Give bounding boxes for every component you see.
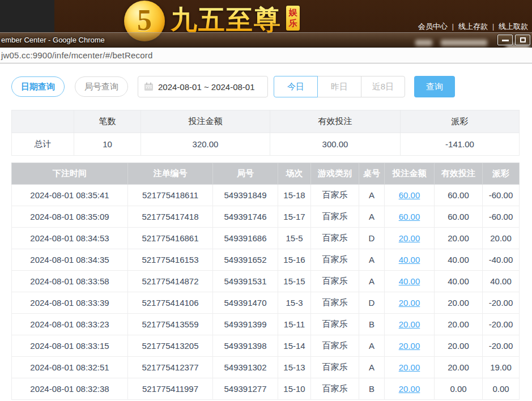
cell-valid-bet: 20.00 — [435, 357, 483, 378]
round-query-tab[interactable]: 局号查询 — [75, 76, 128, 97]
cell-session: 15-16 — [278, 249, 311, 271]
cell-game-type: 百家乐 — [311, 206, 359, 228]
cell-bet-amount: 20.00 — [385, 314, 435, 335]
url-text: jw05.cc:9900/infe/mcenter/#/betRecord — [1, 50, 153, 60]
cell-table-no: A — [359, 271, 385, 292]
cell-game-type: 百家乐 — [311, 314, 359, 335]
cell-round-no: 549391399 — [213, 314, 278, 335]
quick-range-today[interactable]: 今日 — [274, 76, 318, 97]
bet-amount-link[interactable]: 20.00 — [399, 362, 420, 372]
coin-glyph: 5 — [137, 3, 152, 37]
quick-range-group: 今日 昨日 近8日 — [274, 76, 405, 97]
bet-amount-link[interactable]: 40.00 — [399, 276, 420, 286]
table-row: 2024-08-01 08:35:41521775418611549391849… — [12, 185, 520, 206]
summary-header-valid-bet: 有效投注 — [270, 110, 401, 133]
cell-payout: -40.00 — [483, 249, 520, 271]
cell-round-no: 549391652 — [213, 249, 278, 271]
cell-session: 15-14 — [278, 335, 311, 357]
cell-bet-time: 2024-08-01 08:33:15 — [12, 335, 128, 357]
cell-bet-amount: 40.00 — [385, 249, 435, 271]
bet-amount-link[interactable]: 20.00 — [399, 233, 420, 243]
bet-table-header-row: 下注时间 注单编号 局号 场次 游戏类别 桌号 投注金额 有效投注 派彩 — [12, 163, 520, 185]
summary-total-label: 总计 — [12, 133, 74, 156]
table-row: 2024-08-01 08:34:35521775416153549391652… — [12, 249, 520, 271]
cell-table-no: B — [359, 314, 385, 335]
table-row: 2024-08-01 08:34:53521775416861549391686… — [12, 228, 520, 249]
cell-payout: -20.00 — [483, 314, 520, 335]
summary-payout: -141.00 — [401, 133, 520, 156]
table-row: 2024-08-01 08:33:58521775414872549391531… — [12, 271, 520, 292]
cell-bet-id: 521775416153 — [128, 249, 213, 271]
cell-session: 15-3 — [278, 292, 311, 314]
header-round-no: 局号 — [213, 163, 278, 185]
cell-payout: -60.00 — [483, 185, 520, 206]
window-title: ember Center - Google Chrome — [1, 36, 105, 44]
cell-game-type: 百家乐 — [311, 335, 359, 357]
screen: 5 九五至尊 娱乐 会员中心 | 线上存款 | 线上取款 ember Cente… — [0, 0, 532, 401]
nav-online-deposit[interactable]: 线上存款 — [458, 22, 488, 32]
cell-round-no: 549391686 — [213, 228, 278, 249]
filter-row: 日期查询 局号查询 2024-08-01 ~ 2024-08-01 今日 昨日 … — [11, 75, 455, 98]
bet-amount-link[interactable]: 40.00 — [399, 255, 420, 265]
nav-member-center[interactable]: 会员中心 — [418, 22, 448, 32]
summary-valid-bet: 300.00 — [270, 133, 401, 156]
calendar-icon — [144, 82, 154, 91]
bet-amount-link[interactable]: 20.00 — [399, 384, 420, 394]
header-valid-bet: 有效投注 — [435, 163, 483, 185]
table-row: 2024-08-01 08:33:23521775413559549391399… — [12, 314, 520, 335]
summary-table: 笔数 投注金额 有效投注 派彩 总计 10 320.00 300.00 -141… — [11, 110, 520, 156]
blurred-account-label — [415, 40, 432, 46]
cell-valid-bet: 20.00 — [435, 292, 483, 314]
minimize-button[interactable] — [497, 35, 513, 45]
cell-round-no: 549391746 — [213, 206, 278, 228]
cell-bet-amount: 20.00 — [385, 378, 435, 400]
cell-bet-time: 2024-08-01 08:35:41 — [12, 185, 128, 206]
cell-game-type: 百家乐 — [311, 357, 359, 378]
search-button[interactable]: 查询 — [414, 76, 455, 97]
summary-total-row: 总计 10 320.00 300.00 -141.00 — [12, 133, 520, 156]
nav-online-withdraw[interactable]: 线上取款 — [499, 22, 528, 32]
cell-round-no: 549391531 — [213, 271, 278, 292]
header-game-type: 游戏类别 — [311, 163, 359, 185]
cell-game-type: 百家乐 — [311, 185, 359, 206]
cell-bet-time: 2024-08-01 08:34:35 — [12, 249, 128, 271]
bet-amount-link[interactable]: 60.00 — [399, 212, 420, 221]
cell-bet-id: 521775411997 — [128, 378, 213, 400]
header-payout: 派彩 — [483, 163, 520, 185]
cell-bet-time: 2024-08-01 08:33:39 — [12, 292, 128, 314]
date-range-input[interactable]: 2024-08-01 ~ 2024-08-01 — [138, 76, 268, 97]
address-bar[interactable]: jw05.cc:9900/infe/mcenter/#/betRecord — [0, 48, 532, 63]
cell-session: 15-11 — [278, 314, 311, 335]
blurred-account-value — [441, 40, 487, 46]
cell-bet-time: 2024-08-01 08:33:23 — [12, 314, 128, 335]
cell-bet-id: 521775417418 — [128, 206, 213, 228]
cell-round-no: 549391849 — [213, 185, 278, 206]
bet-amount-link[interactable]: 20.00 — [399, 341, 420, 351]
cell-round-no: 549391470 — [213, 292, 278, 314]
cell-bet-time: 2024-08-01 08:33:58 — [12, 271, 128, 292]
cell-valid-bet: 0.00 — [435, 378, 483, 400]
date-query-tab[interactable]: 日期查询 — [11, 76, 65, 97]
cell-table-no: A — [359, 335, 385, 357]
page-content: 日期查询 局号查询 2024-08-01 ~ 2024-08-01 今日 昨日 … — [0, 63, 532, 401]
quick-range-last8days[interactable]: 近8日 — [361, 76, 405, 97]
quick-range-yesterday[interactable]: 昨日 — [317, 76, 361, 97]
bet-amount-link[interactable]: 60.00 — [399, 190, 420, 200]
cell-bet-amount: 20.00 — [385, 357, 435, 378]
window-titlebar: ember Center - Google Chrome — [0, 32, 532, 48]
cell-bet-time: 2024-08-01 08:35:09 — [12, 206, 128, 228]
bet-amount-link[interactable]: 20.00 — [399, 298, 420, 308]
header-bet-id: 注单编号 — [128, 163, 213, 185]
cell-bet-time: 2024-08-01 08:32:38 — [12, 378, 128, 400]
cell-bet-id: 521775412377 — [128, 357, 213, 378]
cell-game-type: 百家乐 — [311, 271, 359, 292]
table-row: 2024-08-01 08:33:15521775413205549391398… — [12, 335, 520, 357]
header-black-corner — [0, 0, 54, 32]
cell-table-no: A — [359, 206, 385, 228]
cell-valid-bet: 40.00 — [435, 271, 483, 292]
maximize-button[interactable] — [515, 35, 530, 45]
cell-bet-id: 521775418611 — [128, 185, 213, 206]
header-session: 场次 — [278, 163, 311, 185]
bet-amount-link[interactable]: 20.00 — [399, 319, 420, 329]
cell-payout: -20.00 — [483, 335, 520, 357]
